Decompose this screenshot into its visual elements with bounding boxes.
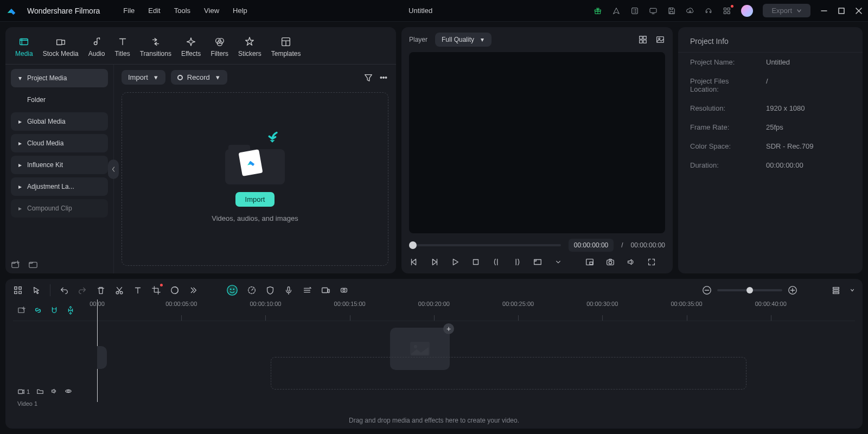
keyframe-icon[interactable] xyxy=(339,285,349,295)
redo-icon[interactable] xyxy=(78,285,87,295)
add-track-icon[interactable] xyxy=(17,306,26,315)
add-clip-icon[interactable]: + xyxy=(443,323,454,334)
image-view-icon[interactable] xyxy=(655,35,665,44)
more-tools-icon[interactable] xyxy=(188,285,198,295)
fullscreen-icon[interactable] xyxy=(647,257,656,267)
folder-small-icon[interactable] xyxy=(36,387,44,396)
apps-icon[interactable] xyxy=(723,7,731,15)
sidebar-folder[interactable]: Folder xyxy=(11,91,108,109)
cut-icon[interactable] xyxy=(114,285,124,295)
visibility-icon[interactable] xyxy=(65,387,72,396)
track-view-icon[interactable] xyxy=(831,285,841,295)
export-button[interactable]: Export xyxy=(763,4,810,17)
svg-rect-51 xyxy=(833,292,839,294)
timeline-ruler[interactable]: 00:0000:00:05:0000:00:10:0000:00:15:0000… xyxy=(13,299,855,321)
play-fwd-icon[interactable] xyxy=(430,257,439,267)
more-icon[interactable] xyxy=(379,73,388,82)
ripple-icon[interactable] xyxy=(66,306,75,315)
crop-icon[interactable] xyxy=(151,285,161,295)
svg-rect-44 xyxy=(328,289,330,292)
sidebar-project-media[interactable]: ▾Project Media xyxy=(11,69,108,87)
delete-icon[interactable] xyxy=(96,285,106,295)
menu-file[interactable]: File xyxy=(123,7,135,15)
menu-help[interactable]: Help xyxy=(233,7,247,15)
mic-icon[interactable] xyxy=(284,285,293,295)
menu-view[interactable]: View xyxy=(204,7,219,15)
minimize-icon[interactable] xyxy=(820,7,828,15)
import-dropdown[interactable]: Import▾ xyxy=(122,70,165,85)
media-content: Import▾ Record▾ Import Videos, a xyxy=(114,65,396,273)
tab-stickers[interactable]: Stickers xyxy=(234,31,266,62)
menu-tools[interactable]: Tools xyxy=(174,7,190,15)
color-icon[interactable] xyxy=(170,285,180,295)
mark-out-icon[interactable] xyxy=(512,257,522,267)
support-icon[interactable] xyxy=(704,7,713,15)
cloud-download-icon[interactable] xyxy=(686,7,694,15)
zoom-out-icon[interactable] xyxy=(702,285,712,295)
tab-media[interactable]: Media xyxy=(11,31,37,62)
speed-icon[interactable] xyxy=(247,285,257,295)
import-button[interactable]: Import xyxy=(235,192,275,207)
menu-edit[interactable]: Edit xyxy=(148,7,160,15)
grid-icon[interactable] xyxy=(13,285,23,295)
record-dropdown[interactable]: Record▾ xyxy=(171,70,227,85)
camera-icon[interactable]: 1 xyxy=(17,388,30,395)
stop-icon[interactable] xyxy=(471,257,481,267)
grid-view-icon[interactable] xyxy=(638,35,648,44)
chevron-down-icon[interactable] xyxy=(850,285,855,295)
collapse-sidebar-icon[interactable] xyxy=(108,159,119,179)
maximize-icon[interactable] xyxy=(838,7,845,15)
tab-transitions[interactable]: Transitions xyxy=(136,31,176,62)
bin-icon[interactable] xyxy=(28,259,38,269)
undo-icon[interactable] xyxy=(59,285,69,295)
display-icon[interactable] xyxy=(649,7,658,15)
tab-stock-media[interactable]: Stock Media xyxy=(39,31,83,62)
quality-select[interactable]: Full Quality▾ xyxy=(435,33,492,47)
mark-in-icon[interactable] xyxy=(492,257,501,267)
user-avatar[interactable] xyxy=(741,5,753,17)
send-icon[interactable] xyxy=(612,7,621,15)
scrub-head[interactable] xyxy=(409,241,417,249)
tab-effects[interactable]: Effects xyxy=(177,31,205,62)
volume-icon[interactable] xyxy=(626,257,636,267)
prev-frame-icon[interactable] xyxy=(409,257,419,267)
pip-icon[interactable] xyxy=(585,257,595,267)
shield-icon[interactable] xyxy=(265,285,275,295)
sidebar-compound-clip[interactable]: ▸Compound Clip xyxy=(11,199,108,218)
sidebar-cloud-media[interactable]: ▸Cloud Media xyxy=(11,134,108,152)
sidebar-global-media[interactable]: ▸Global Media xyxy=(11,112,108,131)
filter-icon[interactable] xyxy=(363,73,373,82)
sidebar-adjustment-layer[interactable]: ▸Adjustment La... xyxy=(11,177,108,196)
tab-audio[interactable]: Audio xyxy=(84,31,110,62)
magnet-icon[interactable] xyxy=(50,306,59,315)
device-icon[interactable] xyxy=(321,285,330,295)
new-bin-icon[interactable] xyxy=(11,259,21,269)
tasks-icon[interactable] xyxy=(630,7,639,15)
audio-edit-icon[interactable] xyxy=(302,285,312,295)
import-dropzone[interactable]: Import Videos, audios, and images xyxy=(122,92,388,266)
zoom-slider[interactable] xyxy=(717,289,782,291)
mute-icon[interactable] xyxy=(50,387,58,396)
gift-icon[interactable] xyxy=(593,7,602,15)
zoom-handle[interactable] xyxy=(746,287,753,293)
ai-face-icon[interactable] xyxy=(226,284,238,296)
sidebar-influence-kit[interactable]: ▸Influence Kit xyxy=(11,156,108,174)
close-icon[interactable] xyxy=(855,7,863,15)
zoom-in-icon[interactable] xyxy=(788,285,797,295)
tracks-canvas[interactable]: + xyxy=(97,324,855,411)
tab-titles[interactable]: Titles xyxy=(110,31,134,62)
scrub-bar[interactable] xyxy=(409,244,561,246)
link-icon[interactable] xyxy=(34,306,42,315)
chevron-down-icon[interactable] xyxy=(553,257,563,267)
text-icon[interactable] xyxy=(133,285,143,295)
edge-handle[interactable] xyxy=(97,346,107,369)
track-dropzone[interactable] xyxy=(271,357,746,390)
pointer-icon[interactable] xyxy=(31,285,41,295)
save-icon[interactable] xyxy=(667,7,676,15)
tab-filters[interactable]: Filters xyxy=(206,31,233,62)
svg-rect-34 xyxy=(19,291,22,294)
snapshot-icon[interactable] xyxy=(605,257,615,267)
tab-templates[interactable]: Templates xyxy=(267,31,305,62)
play-icon[interactable] xyxy=(450,257,460,267)
aspect-icon[interactable] xyxy=(533,257,542,267)
